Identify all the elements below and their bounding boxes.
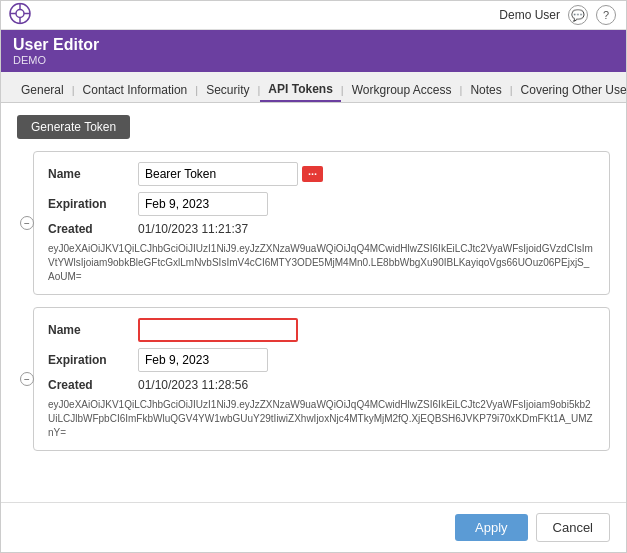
token1-name-input-group: ··· [138,162,323,186]
token1-created-row: Created 01/10/2023 11:21:37 [48,222,595,236]
token2-name-row: Name [48,318,595,342]
footer: Apply Cancel [1,502,626,552]
tab-general[interactable]: General [13,79,72,101]
token2-created-row: Created 01/10/2023 11:28:56 [48,378,595,392]
username-label: Demo User [499,8,560,22]
cancel-button[interactable]: Cancel [536,513,610,542]
token1-token-text: eyJ0eXAiOiJKV1QiLCJhbGciOiJIUzI1NiJ9.eyJ… [48,242,595,284]
remove-token-2-button[interactable]: − [20,372,34,386]
token2-expiration-label: Expiration [48,353,138,367]
content-area: Generate Token − Name ··· Expiration Cre… [1,103,626,502]
tab-workgroup-access[interactable]: Workgroup Access [344,79,460,101]
chat-icon[interactable]: 💬 [568,5,588,25]
tab-covering-other-users[interactable]: Covering Other Users [513,79,627,101]
token1-expiration-input[interactable] [138,192,268,216]
token2-created-label: Created [48,378,138,392]
app-window: Demo User 💬 ? User Editor DEMO General |… [0,0,627,553]
apply-button[interactable]: Apply [455,514,528,541]
page-title: User Editor [13,36,614,54]
top-bar: Demo User 💬 ? [1,1,626,30]
tab-bar: General | Contact Information | Security… [1,72,626,103]
token2-token-text: eyJ0eXAiOiJKV1QiLCJhbGciOiJIUzI1NiJ9.eyJ… [48,398,595,440]
app-logo [9,3,31,28]
token2-expiration-input[interactable] [138,348,268,372]
help-icon[interactable]: ? [596,5,616,25]
tab-contact-information[interactable]: Contact Information [75,79,196,101]
top-bar-right: Demo User 💬 ? [499,5,616,25]
token1-name-input[interactable] [138,162,298,186]
token2-expiration-row: Expiration [48,348,595,372]
token1-created-value: 01/10/2023 11:21:37 [138,222,248,236]
remove-token-1-button[interactable]: − [20,216,34,230]
token-card-2: − Name Expiration Created 01/10/2023 11:… [33,307,610,451]
token1-created-label: Created [48,222,138,236]
token1-name-label: Name [48,167,138,181]
tab-api-tokens[interactable]: API Tokens [260,78,340,102]
token-card-1: − Name ··· Expiration Created 01/10/2023… [33,151,610,295]
tab-notes[interactable]: Notes [462,79,509,101]
tab-security[interactable]: Security [198,79,257,101]
token1-expiration-row: Expiration [48,192,595,216]
token2-created-value: 01/10/2023 11:28:56 [138,378,248,392]
token2-name-input[interactable] [138,318,298,342]
generate-token-button[interactable]: Generate Token [17,115,130,139]
token2-name-label: Name [48,323,138,337]
token1-expiration-label: Expiration [48,197,138,211]
token1-dots-button[interactable]: ··· [302,166,323,182]
svg-point-1 [16,10,24,18]
page-subtitle: DEMO [13,54,614,66]
header-bar: User Editor DEMO [1,30,626,72]
token1-name-row: Name ··· [48,162,595,186]
